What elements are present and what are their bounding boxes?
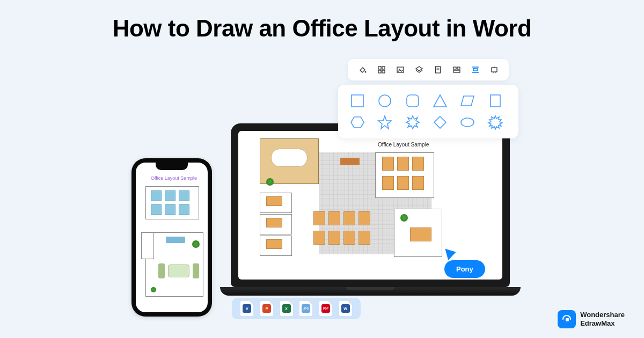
svg-rect-14 (473, 69, 478, 71)
coffee-table (168, 264, 189, 277)
shape-square[interactable] (348, 92, 367, 109)
svg-rect-22 (407, 95, 419, 107)
meeting-room[interactable] (260, 138, 319, 184)
workstation (397, 176, 409, 190)
svg-point-24 (461, 118, 474, 127)
collaborator-name-badge: Pony (444, 260, 485, 278)
svg-rect-1 (378, 67, 381, 69)
group-icon[interactable] (377, 65, 386, 75)
shape-burst-8[interactable] (403, 114, 422, 131)
shape-hexagon[interactable] (348, 114, 367, 131)
plant-icon (266, 178, 274, 186)
page-title: How to Draw an Office Layout in Word (0, 15, 644, 42)
export-jpg-icon[interactable]: JPG (299, 301, 312, 316)
svg-rect-12 (453, 70, 460, 72)
image-icon[interactable] (396, 65, 405, 75)
svg-rect-2 (382, 67, 385, 69)
phone-notch (156, 163, 188, 170)
shape-star[interactable] (375, 114, 394, 131)
shape-circle[interactable] (375, 92, 394, 109)
export-visio-icon[interactable]: V (240, 301, 253, 316)
svg-rect-23 (491, 95, 500, 107)
plant-icon (400, 214, 408, 222)
l-desk (410, 227, 431, 241)
workstation (397, 157, 409, 171)
shape-rectangle[interactable] (486, 92, 505, 109)
svg-point-21 (379, 95, 391, 107)
shape-triangle[interactable] (430, 92, 450, 109)
export-word-icon[interactable]: W (339, 301, 352, 316)
shape-burst-12[interactable] (486, 114, 505, 131)
phone-canvas[interactable]: Office Layout Sample (136, 163, 208, 312)
svg-rect-4 (382, 70, 385, 73)
workstation (165, 204, 175, 215)
workstation (165, 190, 175, 201)
desk (266, 239, 282, 249)
armchair (158, 263, 165, 278)
workstation (179, 204, 189, 215)
workstation (151, 204, 162, 215)
svg-point-0 (364, 71, 366, 73)
laptop-hinge (346, 287, 394, 290)
brand-line-2: EdrawMax (580, 319, 625, 328)
workstation (313, 211, 325, 225)
shapes-panel (338, 85, 518, 138)
svg-rect-16 (492, 68, 497, 72)
frame-icon[interactable] (489, 65, 499, 75)
floorplan-title-phone: Office Layout Sample (151, 175, 197, 181)
cursor-arrow-icon (445, 246, 457, 260)
export-powerpoint-icon[interactable]: P (260, 301, 273, 316)
shape-diamond[interactable] (430, 114, 450, 131)
export-format-bar: V P X JPG PDF W (232, 298, 361, 319)
workstation (412, 157, 424, 171)
align-icon[interactable] (452, 65, 462, 75)
laptop-base (220, 287, 521, 296)
layers-icon[interactable] (414, 65, 424, 75)
svg-rect-10 (453, 67, 456, 69)
sofa (166, 237, 185, 243)
brand-line-1: Wondershare (580, 311, 625, 319)
plant-icon (151, 287, 156, 292)
workstation (328, 211, 340, 225)
shape-rounded-square[interactable] (403, 92, 422, 109)
svg-rect-20 (352, 95, 363, 107)
edrawmax-icon (558, 310, 576, 328)
workstation (382, 157, 394, 171)
floorplan-title-laptop: Office Layout Sample (378, 142, 429, 148)
workstation (151, 190, 162, 201)
workstation (328, 231, 340, 245)
armchair (193, 263, 199, 278)
svg-rect-25 (566, 318, 569, 321)
workstation (382, 176, 394, 190)
workstation (358, 211, 370, 225)
svg-rect-3 (378, 70, 381, 73)
export-excel-icon[interactable]: X (280, 301, 293, 316)
collaborator-cursor: Pony (444, 247, 485, 278)
desk (266, 218, 282, 227)
distribute-icon[interactable] (471, 65, 480, 75)
brand-text: Wondershare EdrawMax (580, 311, 625, 327)
workstation (343, 231, 355, 245)
workstation (412, 176, 424, 190)
paint-bucket-icon[interactable] (358, 65, 368, 75)
workstation (358, 231, 370, 245)
workstation (343, 211, 355, 225)
export-pdf-icon[interactable]: PDF (319, 301, 332, 316)
brand-logo: Wondershare EdrawMax (558, 310, 625, 328)
desk (266, 196, 282, 206)
reception-desk[interactable] (340, 158, 360, 165)
workstation (313, 231, 325, 245)
phone-restroom[interactable] (141, 232, 154, 259)
top-toolbar (348, 59, 509, 80)
phone-device: Office Layout Sample (131, 158, 212, 317)
shape-ellipse[interactable] (458, 114, 477, 131)
svg-rect-11 (457, 67, 460, 69)
workstation (179, 190, 189, 201)
page-icon[interactable] (433, 65, 443, 75)
shape-parallelogram[interactable] (458, 92, 477, 109)
plant-icon (192, 240, 200, 248)
